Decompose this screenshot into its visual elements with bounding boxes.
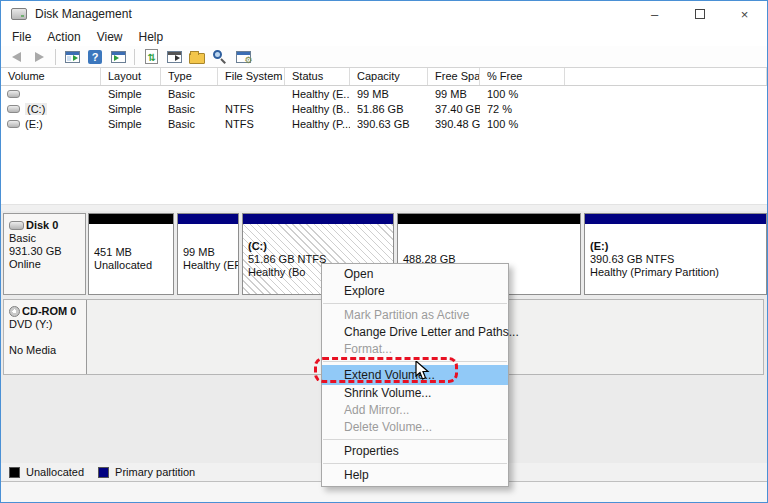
toolbar-separator — [134, 49, 135, 65]
back-button[interactable] — [6, 48, 26, 66]
menu-item-delete-volume: Delete Volume... — [322, 419, 508, 436]
cell-pct-free: 100 % — [480, 118, 565, 130]
menu-item-open[interactable]: Open — [322, 266, 508, 283]
volume-row-e[interactable]: (E:) Simple Basic NTFS Healthy (P... 390… — [1, 116, 767, 131]
maximize-button[interactable] — [677, 1, 722, 27]
partition-letter: (C:) — [248, 240, 388, 253]
show-console-tree-button[interactable] — [62, 48, 82, 66]
volume-icon — [7, 105, 20, 113]
volume-row-efi[interactable]: Simple Basic Healthy (E... 99 MB 99 MB 1… — [1, 86, 767, 101]
menu-view[interactable]: View — [89, 28, 131, 46]
partition-status: Healthy (EFI — [183, 259, 233, 272]
properties-icon — [167, 51, 182, 63]
settings-button[interactable]: ⚙ — [233, 48, 253, 66]
cell-free-space: 37.40 GB — [428, 103, 480, 115]
partition-efi-99mb[interactable]: 99 MB Healthy (EFI — [177, 213, 239, 295]
column-header-free-space[interactable]: Free Spa... — [428, 68, 480, 85]
menu-item-properties[interactable]: Properties — [322, 443, 508, 460]
cd-icon — [9, 306, 20, 317]
cell-pct-free: 72 % — [480, 103, 565, 115]
menu-item-shrink-volume[interactable]: Shrink Volume... — [322, 385, 508, 402]
menu-help[interactable]: Help — [131, 28, 172, 46]
cell-type: Basic — [161, 118, 218, 130]
partition-color-bar — [585, 214, 766, 224]
menu-separator — [323, 463, 507, 464]
cdrom-label[interactable]: CD-ROM 0 DVD (Y:) No Media — [4, 300, 87, 374]
cell-layout: Simple — [101, 118, 161, 130]
disk0-label[interactable]: Disk 0 Basic 931.30 GB Online — [3, 213, 86, 295]
partition-color-bar — [89, 214, 173, 224]
cell-capacity: 390.63 GB — [350, 118, 428, 130]
show-console-tree-icon — [65, 51, 80, 63]
column-header-volume[interactable]: Volume — [1, 68, 101, 85]
column-header-pct-free[interactable]: % Free — [480, 68, 565, 85]
toolbar: ? ⇅ ⚙ — [1, 46, 767, 68]
column-header-status[interactable]: Status — [285, 68, 350, 85]
help-icon: ? — [88, 50, 102, 64]
cell-layout: Simple — [101, 88, 161, 100]
cell-layout: Simple — [101, 103, 161, 115]
partition-color-bar — [178, 214, 238, 224]
menu-item-extend-volume[interactable]: Extend Volume... — [322, 365, 508, 385]
cell-type: Basic — [161, 103, 218, 115]
disk0-type: Basic — [9, 232, 81, 245]
help-button[interactable]: ? — [85, 48, 105, 66]
forward-button[interactable] — [29, 48, 49, 66]
minimize-button[interactable]: – — [632, 1, 677, 27]
volume-name: (E:) — [25, 118, 43, 130]
maximize-icon — [695, 9, 705, 19]
partition-size: 451 MB — [94, 246, 168, 259]
menu-file[interactable]: File — [4, 28, 39, 46]
partition-size: 99 MB — [183, 246, 233, 259]
volume-name: (C:) — [25, 103, 47, 115]
volume-list-pane: Volume Layout Type File System Status Ca… — [1, 68, 767, 204]
partition-letter: (E:) — [590, 240, 761, 253]
menu-item-add-mirror: Add Mirror... — [322, 402, 508, 419]
title-bar: Disk Management – × — [1, 1, 767, 27]
open-folder-icon — [189, 53, 205, 64]
column-header-layout[interactable]: Layout — [101, 68, 161, 85]
menu-separator — [323, 303, 507, 304]
column-header-capacity[interactable]: Capacity — [350, 68, 428, 85]
partition-status: Healthy (Primary Partition) — [590, 266, 761, 279]
column-header-type[interactable]: Type — [161, 68, 218, 85]
cell-file-system: NTFS — [218, 118, 285, 130]
refresh-button[interactable]: ⇅ — [141, 48, 161, 66]
menu-item-help[interactable]: Help — [322, 467, 508, 484]
cell-capacity: 99 MB — [350, 88, 428, 100]
disk0-status: Online — [9, 258, 81, 271]
column-header-file-system[interactable]: File System — [218, 68, 285, 85]
pane-splitter[interactable] — [1, 204, 767, 211]
menu-action[interactable]: Action — [39, 28, 88, 46]
search-icon — [213, 50, 227, 64]
cell-file-system: NTFS — [218, 103, 285, 115]
cdrom-name: CD-ROM 0 — [22, 305, 76, 318]
context-menu: Open Explore Mark Partition as Active Ch… — [321, 263, 509, 487]
cell-status: Healthy (B... — [285, 103, 350, 115]
cell-capacity: 51.86 GB — [350, 103, 428, 115]
back-icon — [12, 52, 21, 62]
properties-button[interactable] — [164, 48, 184, 66]
refresh-icon: ⇅ — [145, 49, 158, 64]
close-button[interactable]: × — [722, 1, 767, 27]
partition-color-bar — [243, 214, 393, 224]
volume-list-header: Volume Layout Type File System Status Ca… — [1, 68, 767, 86]
app-icon — [11, 8, 27, 20]
window-title: Disk Management — [35, 7, 132, 21]
forward-icon — [35, 52, 44, 62]
disk-management-window: Disk Management – × File Action View Hel… — [0, 0, 768, 503]
disk-icon — [9, 221, 24, 230]
cell-free-space: 390.48 GB — [428, 118, 480, 130]
volume-icon — [7, 90, 20, 98]
menu-item-explore[interactable]: Explore — [322, 283, 508, 300]
menu-item-mark-partition-active: Mark Partition as Active — [322, 307, 508, 324]
volume-row-c[interactable]: (C:) Simple Basic NTFS Healthy (B... 51.… — [1, 101, 767, 116]
disk0-name: Disk 0 — [26, 219, 58, 232]
find-button[interactable] — [210, 48, 230, 66]
partition-e-drive[interactable]: (E:) 390.63 GB NTFS Healthy (Primary Par… — [584, 213, 767, 295]
show-action-pane-button[interactable] — [108, 48, 128, 66]
open-button[interactable] — [187, 48, 207, 66]
menu-item-change-drive-letter[interactable]: Change Drive Letter and Paths... — [322, 324, 508, 341]
volume-icon — [7, 120, 20, 128]
partition-unallocated-451mb[interactable]: 451 MB Unallocated — [88, 213, 174, 295]
